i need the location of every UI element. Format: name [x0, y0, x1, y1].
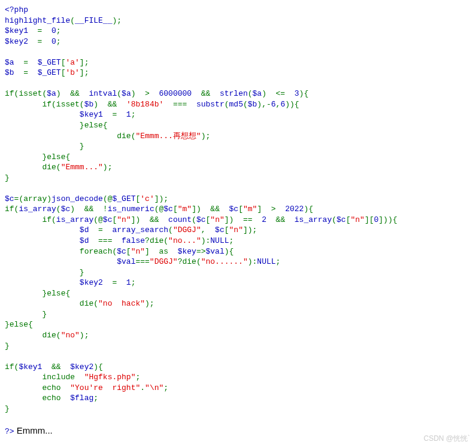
php-close-tag: ?>	[5, 427, 14, 436]
watermark-text: CSDN @恍恍`	[423, 434, 470, 443]
php-code-block: <?php highlight_file(__FILE__); $key1 = …	[5, 5, 471, 437]
script-output: Emmm...	[14, 425, 53, 435]
php-open-tag: <?php	[5, 5, 28, 14]
